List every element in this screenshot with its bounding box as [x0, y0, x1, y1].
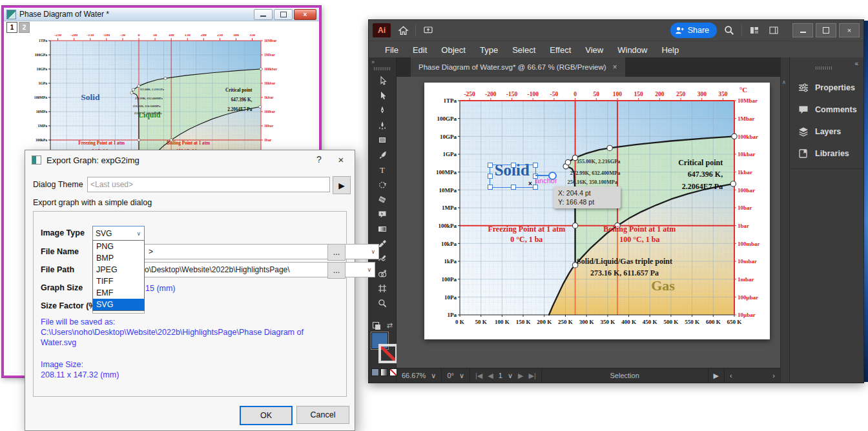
dialog-close-icon[interactable]: × [334, 153, 348, 167]
fill-stroke-controls[interactable]: ⇄ [369, 321, 396, 383]
direct-selection-tool[interactable] [373, 88, 391, 103]
selection-handle[interactable] [533, 185, 538, 190]
arrange-documents-icon[interactable] [747, 23, 761, 37]
selection-tool[interactable] [373, 73, 391, 88]
pen-tool[interactable] [373, 103, 391, 117]
image-type-combobox[interactable]: SVG ∨ [92, 226, 145, 241]
gradient-mode-button[interactable] [380, 368, 388, 376]
swap-fill-stroke-icon[interactable]: ⇄ [387, 321, 393, 330]
help-button[interactable]: ? [313, 154, 325, 166]
selection-handle[interactable] [533, 163, 538, 168]
menu-object[interactable]: Object [434, 45, 473, 55]
window-minimize-button[interactable] [792, 23, 813, 37]
home-icon[interactable] [396, 23, 410, 37]
dropdown-option-jpeg[interactable]: JPEG [93, 264, 144, 276]
default-fill-stroke-icon[interactable] [373, 322, 379, 328]
menu-window[interactable]: Window [610, 45, 654, 55]
artboard-navigation[interactable]: |◀ ◀ 1 ∨ ▶ ▶| [470, 368, 542, 383]
scroll-left-icon[interactable]: ‹ [730, 372, 732, 379]
zoom-tool[interactable] [373, 296, 391, 310]
menu-select[interactable]: Select [505, 45, 542, 55]
dropdown-option-emf[interactable]: EMF [93, 287, 144, 299]
curvature-tool[interactable] [373, 117, 391, 132]
artboard-number[interactable]: 1 [499, 372, 502, 379]
stroke-color-swatch[interactable] [378, 344, 398, 363]
menu-file[interactable]: File [378, 45, 406, 55]
eraser-tool[interactable] [373, 192, 391, 206]
shape-builder-tool[interactable] [373, 266, 391, 281]
zoom-level-select[interactable]: 66.67% ∨ [397, 368, 442, 383]
selection-handle[interactable] [488, 174, 493, 179]
menu-effect[interactable]: Effect [542, 45, 578, 55]
collapse-panel-icon[interactable]: « [854, 60, 858, 67]
chevron-down-icon[interactable]: ∨ [508, 372, 513, 380]
last-artboard-icon[interactable]: ▶| [528, 372, 535, 380]
previous-artboard-icon[interactable]: ◀ [488, 372, 493, 380]
status-expand-icon[interactable]: ▶ [708, 368, 725, 383]
rotate-tool[interactable] [373, 177, 391, 192]
panel-item-comments[interactable]: Comments [790, 99, 863, 121]
selection-handle[interactable] [488, 163, 493, 168]
color-mode-button[interactable] [371, 368, 379, 376]
minimize-button[interactable] [254, 9, 273, 20]
document-tab[interactable]: Phase Diagram of Water.svg* @ 66.67 % (R… [411, 57, 625, 77]
toolbar-drag-handle[interactable] [374, 67, 391, 70]
chevron-down-icon[interactable]: ∨ [459, 372, 464, 380]
dialog-titlebar[interactable]: Export Graph: expG2img [25, 150, 355, 170]
close-button[interactable]: × [294, 9, 316, 20]
selection-handle[interactable] [511, 185, 516, 190]
maximize-button[interactable] [274, 9, 293, 20]
theme-menu-button[interactable]: ▶ [333, 176, 351, 194]
origin-titlebar[interactable]: Phase Diagram of Water * × [4, 8, 319, 21]
tab-close-icon[interactable]: × [613, 63, 617, 72]
share-screen-icon[interactable] [421, 23, 435, 37]
menu-view[interactable]: View [578, 45, 610, 55]
canvas-area[interactable]: -250-200-150-100-50050100150200250300350… [397, 77, 780, 368]
browse-file-path-button[interactable]: ... [327, 262, 346, 279]
browse-file-name-button[interactable]: ... [327, 244, 346, 261]
artboard-tool[interactable] [373, 281, 391, 296]
dropdown-option-png[interactable]: PNG [93, 241, 144, 252]
menu-type[interactable]: Type [473, 45, 505, 55]
cancel-button[interactable]: Cancel [296, 406, 349, 424]
expand-toolbar-icon[interactable]: » [371, 59, 375, 65]
horizontal-scrollbar[interactable]: ‹ › [725, 368, 780, 383]
search-icon[interactable] [722, 23, 736, 37]
first-artboard-icon[interactable]: |◀ [475, 372, 482, 380]
selection-handle[interactable] [488, 185, 493, 190]
dropdown-option-tiff[interactable]: TIFF [93, 276, 144, 287]
panel-item-properties[interactable]: Properties [790, 77, 863, 99]
paintbrush-tool[interactable] [373, 147, 391, 162]
ok-button[interactable]: OK [240, 406, 293, 425]
share-button[interactable]: Share [670, 23, 717, 38]
menu-edit[interactable]: Edit [406, 45, 434, 55]
comment-tool[interactable] [373, 206, 391, 221]
dialog-theme-field[interactable]: <Last used> [87, 177, 330, 192]
illustrator-window[interactable]: Ai Share [368, 19, 864, 383]
none-mode-button[interactable] [389, 368, 397, 376]
scroll-right-icon[interactable]: › [772, 372, 775, 379]
export-graph-dialog[interactable]: Export Graph: expG2img ? × Dialog Theme … [25, 150, 355, 431]
panel-item-layers[interactable]: Layers [790, 121, 863, 143]
gradient-tool[interactable] [373, 221, 391, 236]
phase-diagram-chart-large[interactable]: -250-200-150-100-50050100150200250300350… [424, 83, 770, 339]
dropdown-option-svg[interactable]: SVG [93, 299, 144, 310]
window-maximize-button[interactable] [816, 23, 836, 37]
rectangle-tool[interactable] [373, 132, 391, 147]
menu-help[interactable]: Help [654, 45, 686, 55]
selection-handle[interactable] [511, 163, 516, 168]
panel-item-libraries[interactable]: Libraries [790, 143, 863, 165]
tab-page-2[interactable]: 2 [19, 22, 30, 33]
chevron-down-icon[interactable]: ∨ [431, 372, 436, 380]
scroll-up-icon[interactable]: ∧ [782, 79, 786, 85]
image-type-dropdown[interactable]: PNG BMP JPEG TIFF EMF SVG [92, 240, 145, 311]
artboard[interactable]: -250-200-150-100-50050100150200250300350… [424, 83, 770, 339]
next-artboard-icon[interactable]: ▶ [518, 372, 523, 380]
type-tool[interactable]: T [373, 162, 391, 177]
dropdown-option-bmp[interactable]: BMP [93, 252, 144, 264]
panel-drag-handle[interactable] [816, 66, 832, 70]
workspace-switcher-icon[interactable] [767, 23, 781, 37]
rotation-select[interactable]: 0° ∨ [442, 368, 470, 383]
tab-page-1[interactable]: 1 [6, 22, 17, 33]
vertical-scrollbar[interactable]: ∧ [780, 57, 789, 383]
